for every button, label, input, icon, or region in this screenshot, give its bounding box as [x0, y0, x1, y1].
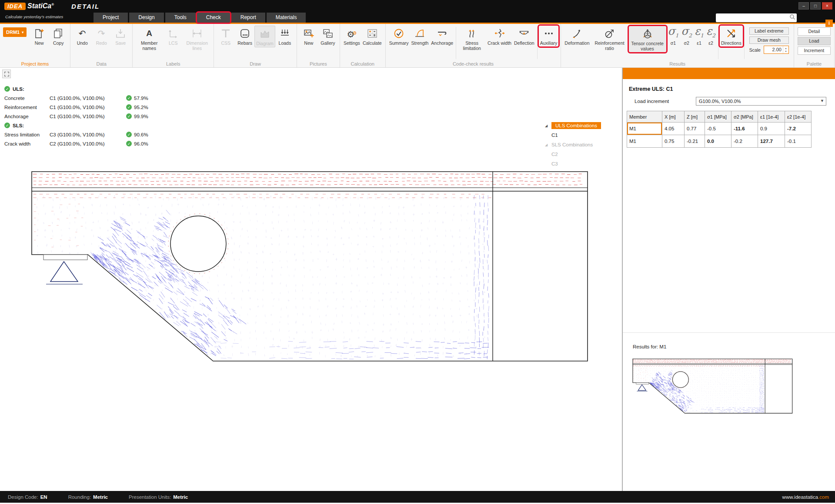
diagram-button[interactable]: Diagram — [254, 26, 275, 47]
expand-canvas-button[interactable] — [2, 70, 11, 78]
cell[interactable]: -0.2 — [731, 135, 758, 148]
strength-button[interactable]: Strength — [410, 26, 430, 46]
group-label: Code-check results — [386, 61, 561, 66]
tab-tools[interactable]: Tools — [165, 13, 196, 23]
crack-width-button[interactable]: Crack width — [486, 26, 513, 46]
calculate-button[interactable]: Calculate — [361, 26, 383, 46]
tab-check[interactable]: Check — [197, 13, 230, 23]
expander-icon[interactable]: ◢ — [545, 143, 550, 147]
tree-c2[interactable]: C2 — [551, 149, 620, 159]
gallery-button[interactable]: Gallery — [318, 26, 337, 46]
info-button[interactable]: i — [825, 20, 833, 27]
palette-load-button[interactable]: Load — [798, 37, 831, 45]
search-icon[interactable] — [789, 14, 795, 22]
stress-limitation-button[interactable]: Stress limitation — [458, 26, 486, 52]
new-document-icon — [34, 27, 44, 40]
rounding-status: Rounding:Metric — [68, 494, 108, 500]
dimension-lines-button[interactable]: Dimension lines — [183, 26, 211, 52]
check-name: Reinforcement — [4, 105, 50, 110]
reinforcement-ratio-button[interactable]: Reinforcement ratio — [591, 26, 628, 52]
copy-project-item-button[interactable]: Copy — [49, 26, 68, 46]
detail-canvas-area[interactable]: ULS: ConcreteC1 (G100.0%, V100.0%)57.9% … — [0, 68, 622, 491]
label-extreme-toggle[interactable]: Label extreme — [749, 27, 789, 35]
anchorage-button[interactable]: Anchorage — [430, 26, 454, 46]
check-combination: C1 (G100.0%, V100.0%) — [50, 114, 126, 119]
tab-project[interactable]: Project — [94, 13, 128, 23]
group-label: Results — [561, 61, 794, 66]
tree-c3[interactable]: C3 — [551, 159, 620, 169]
crack-width-icon — [494, 27, 505, 40]
member-names-button[interactable]: A Member names — [135, 26, 164, 52]
deformation-icon — [571, 27, 583, 40]
tree-sls-combinations[interactable]: ◢SLS Combinations — [545, 140, 620, 149]
sigma2-button[interactable]: σ2 σ2 — [680, 26, 693, 46]
new-project-item-button[interactable]: New — [30, 26, 49, 46]
tree-c1[interactable]: C1 — [551, 130, 620, 140]
epsilon2-button[interactable]: ε2 ε2 — [705, 26, 717, 46]
lcs-button[interactable]: LCS — [164, 26, 183, 46]
cell[interactable]: 0.75 — [662, 135, 685, 148]
check-name: Crack width — [4, 141, 50, 146]
sigma1-button[interactable]: σ1 σ1 — [667, 26, 680, 46]
maximize-button[interactable]: □ — [810, 2, 821, 10]
cell-member[interactable]: M1 — [627, 135, 662, 148]
deflection-button[interactable]: Deflection — [513, 26, 536, 46]
cell[interactable]: -7.2 — [785, 123, 812, 135]
cell[interactable]: -0.21 — [685, 135, 705, 148]
directions-button[interactable]: Directions — [720, 26, 743, 46]
cell[interactable]: 127.7 — [758, 135, 785, 148]
cell[interactable]: 4.05 — [662, 123, 685, 135]
tab-materials[interactable]: Materials — [267, 13, 306, 23]
check-name: Anchorage — [4, 114, 50, 119]
search-input[interactable] — [717, 14, 789, 21]
cell[interactable]: -0.1 — [785, 135, 812, 148]
settings-button[interactable]: ⚙⚙ Settings — [342, 26, 361, 46]
expander-icon[interactable]: ◢ — [545, 124, 550, 128]
chevron-down-icon: ▼ — [820, 99, 824, 103]
table-header-row: Member X [m] Z [m] σ1 [MPa] σ2 [MPa] ε1 … — [627, 111, 812, 123]
draw-mesh-toggle[interactable]: Draw mesh — [749, 36, 789, 44]
group-draw: CSS Rebars Diagram Loads Draw — [214, 24, 297, 67]
cell[interactable]: -11.6 — [731, 123, 758, 135]
minimize-button[interactable]: – — [798, 2, 809, 10]
tab-report[interactable]: Report — [231, 13, 265, 23]
deformation-button[interactable]: Deformation — [563, 26, 591, 46]
scale-stepper[interactable]: 2.00 ▴▾ — [764, 46, 789, 54]
cell[interactable]: 0.0 — [705, 135, 731, 148]
tagline: Calculate yesterday's estimates — [5, 14, 63, 19]
save-button[interactable]: Save — [111, 26, 130, 46]
spinner-up-icon[interactable]: ▴ — [785, 47, 786, 50]
undo-button[interactable]: ↶ Undo — [73, 26, 92, 46]
rebars-button[interactable]: Rebars — [235, 26, 254, 46]
cell-member[interactable]: M1 — [627, 123, 662, 135]
palette-increment-button[interactable]: Increment — [798, 46, 831, 55]
summary-button[interactable]: Summary — [388, 26, 410, 46]
auxiliary-button[interactable]: Auxiliary — [539, 26, 559, 46]
results-panel: Extreme ULS: C1 Load increment G100.0%, … — [622, 68, 835, 491]
check-icon — [126, 141, 132, 146]
load-increment-value: G100.0%, V100.0% — [699, 99, 741, 104]
css-button[interactable]: CSS — [216, 26, 235, 46]
project-item-selector[interactable]: DRM1▾ — [3, 27, 27, 37]
cell[interactable]: 0.9 — [758, 123, 785, 135]
strength-icon — [414, 27, 425, 40]
loads-button[interactable]: Loads — [275, 26, 294, 46]
new-picture-icon — [303, 27, 314, 40]
palette-detail-button[interactable]: Detail — [798, 27, 831, 36]
tensor-concrete-values-button[interactable]: Tensor concrete values — [628, 26, 667, 53]
scale-value[interactable]: 2.00 — [764, 46, 783, 53]
website-link[interactable]: www.ideastatica.com — [782, 494, 829, 500]
tree-uls-combinations[interactable]: ◢ULS Combinations — [545, 121, 620, 130]
redo-button[interactable]: ↷ Redo — [92, 26, 111, 46]
spinner-down-icon[interactable]: ▾ — [785, 50, 786, 53]
group-label: Draw — [214, 61, 297, 66]
load-increment-dropdown[interactable]: G100.0%, V100.0% ▼ — [696, 97, 826, 106]
tab-design[interactable]: Design — [129, 13, 164, 23]
main-menu-tabs: Project Design Tools Check Report Materi… — [94, 13, 306, 23]
cell[interactable]: 0.77 — [685, 123, 705, 135]
cell[interactable]: -0.5 — [705, 123, 731, 135]
new-picture-button[interactable]: New — [299, 26, 318, 46]
check-value: 96.0% — [134, 141, 148, 146]
epsilon1-button[interactable]: ε1 ε1 — [693, 26, 705, 46]
close-button[interactable]: × — [822, 2, 832, 10]
